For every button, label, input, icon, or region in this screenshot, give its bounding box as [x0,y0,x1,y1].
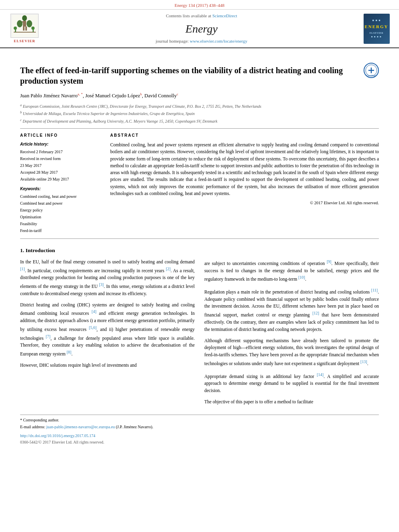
keyword-5: Feasibility [20,221,101,227]
revised-date: 23 May 2017 [20,162,101,168]
footer-area: http://dx.doi.org/10.1016/j.energy.2017.… [20,433,379,445]
intro-body-cols: In the EU, half of the final energy cons… [20,259,379,410]
keywords-label: Keywords: [20,186,101,192]
available-text: Available online 29 May 2017 [20,176,101,182]
affiliation-a: a European Commission, Joint Research Ce… [20,103,379,109]
keyword-6: Feed-in-tariff [20,228,101,234]
svg-text:CrossMark: CrossMark [366,74,376,77]
energy-badge-container: ■ ■ ■ ENERGY ELSEVIER ■ ■ ■ ■ [360,14,393,44]
sciencedirect-line: Contents lists available at ScienceDirec… [43,13,360,19]
svg-point-14 [31,27,35,30]
intro-para-1: In the EU, half of the final energy cons… [20,259,195,298]
svg-point-9 [22,15,27,21]
keyword-3: Energy policy [20,207,101,213]
svg-point-8 [27,20,32,27]
keyword-4: Optimisation [20,214,101,220]
svg-rect-2 [23,21,26,27]
accepted-text: Accepted 28 May 2017 [20,169,101,175]
sciencedirect-link[interactable]: ScienceDirect [212,13,237,18]
svg-rect-5 [23,27,25,31]
introduction-section: 1. Introduction In the EU, half of the f… [20,247,379,410]
affiliations: a European Commission, Joint Research Ce… [20,103,379,124]
received-text: Received 2 February 2017 [20,149,101,155]
affiliation-b: b Universidad de Málaga, Escuela Técnica… [20,110,379,117]
copyright-text: © 2017 Elsevier Ltd. All rights reserved… [110,200,379,206]
keywords-section: Keywords: Combined cooling, heat and pow… [20,186,101,234]
intro-para-7: Appropriate demand sizing is an addition… [204,372,379,394]
intro-para-6: Although different supporting mechanisms… [204,337,379,368]
intro-left-col: In the EU, half of the final energy cons… [20,259,195,410]
elsevier-tree-image [10,14,39,38]
svg-point-12 [14,27,17,30]
abstract-col: ABSTRACT Combined cooling, heat and powe… [110,133,379,234]
revised-label: Received in revised form [20,156,101,162]
author-2: José Manuel Cejudo López [85,93,140,99]
journal-homepage-line: journal homepage: www.elsevier.com/locat… [43,38,360,44]
crossmark-badge: CrossMark [364,63,379,78]
author-1: Juan Pablo Jiménez Navarro [20,93,78,99]
doi-link-line: http://dx.doi.org/10.1016/j.energy.2017.… [20,433,379,439]
email-note: E-mail address: juan-pablo.jimenez-navar… [20,424,379,430]
intro-para-4: are subject to uncertainties concerning … [204,259,379,283]
homepage-link[interactable]: www.elsevier.com/locate/energy [190,39,247,43]
svg-rect-10 [14,32,36,33]
abstract-text: Combined cooling, heat and power systems… [110,142,379,197]
svg-rect-6 [25,27,27,31]
elsevier-logo: ELSEVIER [6,14,43,44]
article-info-col: ARTICLE INFO Article history: Received 2… [20,133,101,234]
journal-header: ELSEVIER Contents lists available at Sci… [0,10,399,48]
citation-text: Energy 134 (2017) 438–448 [175,3,224,8]
authors-line: Juan Pablo Jiménez Navarroa, *, José Man… [20,92,379,100]
intro-para-8: The objective of this paper is to offer … [204,398,379,406]
email-link[interactable]: juan-pablo.jimenez-navarro@ec.europa.eu [46,425,115,429]
intro-para-5: Regulation plays a main role in the pene… [204,287,379,333]
intro-title: 1. Introduction [20,247,379,255]
footnote-area: * Corresponding author. E-mail address: … [20,415,379,430]
journal-name: Energy [43,21,360,37]
svg-point-7 [17,20,23,27]
elsevier-label-text: ELSEVIER [14,39,35,44]
affiliation-c: c Department of Development and Planning… [20,118,379,124]
divider-1 [20,128,379,129]
keyword-1: Combined cooling, heat and power [20,193,101,199]
info-abstract-section: ARTICLE INFO Article history: Received 2… [20,133,379,234]
main-content: The effect of feed-in-tariff supporting … [0,48,399,453]
article-info-header: ARTICLE INFO [20,133,101,138]
history-label: Article history: [20,142,101,147]
intro-para-2: District heating and cooling (DHC) syste… [20,302,195,358]
keyword-2: Combined heat and power [20,200,101,206]
corresponding-author-note: * Corresponding author. [20,417,379,423]
author-3: David Connolly [144,93,177,99]
divider-2 [20,238,379,239]
footer-copyright: 0360-5442/© 2017 Elsevier Ltd. All right… [20,440,379,445]
doi-link[interactable]: http://dx.doi.org/10.1016/j.energy.2017.… [20,433,95,438]
energy-badge: ■ ■ ■ ENERGY ELSEVIER ■ ■ ■ ■ [364,14,390,44]
intro-right-col: are subject to uncertainties concerning … [204,259,379,410]
abstract-header: ABSTRACT [110,133,379,138]
intro-para-3: However, DHC solutions require high leve… [20,362,195,369]
citation-bar: Energy 134 (2017) 438–448 [0,0,399,10]
article-title: The effect of feed-in-tariff supporting … [20,65,359,86]
journal-center: Contents lists available at ScienceDirec… [43,13,360,44]
